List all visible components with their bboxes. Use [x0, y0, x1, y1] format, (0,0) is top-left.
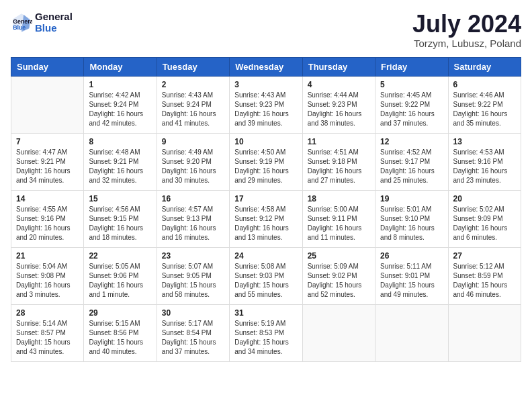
- cell-content: Sunrise: 5:00 AM Sunset: 9:11 PM Dayligh…: [308, 205, 370, 242]
- calendar-cell: [448, 304, 521, 361]
- cell-content: Sunrise: 4:50 AM Sunset: 9:19 PM Dayligh…: [234, 148, 297, 185]
- calendar-cell: 30Sunrise: 5:17 AM Sunset: 8:54 PM Dayli…: [157, 304, 229, 361]
- day-number: 23: [162, 251, 224, 261]
- calendar-cell: 8Sunrise: 4:48 AM Sunset: 9:21 PM Daylig…: [84, 133, 157, 190]
- cell-content: Sunrise: 4:46 AM Sunset: 9:22 PM Dayligh…: [453, 91, 516, 128]
- day-number: 24: [234, 251, 297, 261]
- logo-text-line2: Blue: [35, 22, 73, 34]
- week-row-3: 14Sunrise: 4:55 AM Sunset: 9:16 PM Dayli…: [11, 190, 521, 247]
- calendar-cell: 11Sunrise: 4:51 AM Sunset: 9:18 PM Dayli…: [302, 133, 375, 190]
- cell-content: Sunrise: 5:19 AM Sunset: 8:53 PM Dayligh…: [234, 319, 297, 357]
- cell-content: Sunrise: 4:58 AM Sunset: 9:12 PM Dayligh…: [234, 205, 297, 242]
- calendar-cell: 17Sunrise: 4:58 AM Sunset: 9:12 PM Dayli…: [230, 190, 302, 247]
- day-number: 8: [89, 137, 151, 146]
- svg-text:Blue: Blue: [13, 24, 26, 31]
- day-number: 20: [453, 194, 516, 203]
- day-number: 16: [162, 194, 224, 203]
- cell-content: Sunrise: 4:42 AM Sunset: 9:24 PM Dayligh…: [89, 91, 151, 128]
- day-number: 22: [89, 251, 151, 261]
- day-header-sunday: Sunday: [11, 57, 84, 76]
- cell-content: Sunrise: 5:12 AM Sunset: 8:59 PM Dayligh…: [453, 262, 516, 300]
- day-header-thursday: Thursday: [302, 57, 375, 76]
- calendar-cell: 4Sunrise: 4:44 AM Sunset: 9:23 PM Daylig…: [302, 76, 375, 133]
- cell-content: Sunrise: 5:07 AM Sunset: 9:05 PM Dayligh…: [162, 262, 224, 300]
- day-number: 9: [162, 137, 224, 146]
- calendar-cell: 18Sunrise: 5:00 AM Sunset: 9:11 PM Dayli…: [302, 190, 375, 247]
- calendar-cell: 25Sunrise: 5:09 AM Sunset: 9:02 PM Dayli…: [302, 247, 375, 304]
- logo: General Blue General Blue: [11, 11, 73, 34]
- logo-icon: General Blue: [11, 11, 32, 33]
- month-year-title: July 2024: [412, 11, 521, 38]
- cell-content: Sunrise: 4:48 AM Sunset: 9:21 PM Dayligh…: [89, 148, 151, 185]
- cell-content: Sunrise: 4:45 AM Sunset: 9:22 PM Dayligh…: [380, 91, 443, 128]
- calendar-cell: [375, 304, 448, 361]
- location-subtitle: Torzym, Lubusz, Poland: [412, 38, 521, 49]
- calendar-cell: 10Sunrise: 4:50 AM Sunset: 9:19 PM Dayli…: [230, 133, 302, 190]
- calendar-cell: 12Sunrise: 4:52 AM Sunset: 9:17 PM Dayli…: [375, 133, 448, 190]
- calendar-cell: [302, 304, 375, 361]
- calendar-body: 1Sunrise: 4:42 AM Sunset: 9:24 PM Daylig…: [11, 76, 521, 361]
- day-number: 25: [308, 251, 370, 261]
- calendar-cell: [11, 76, 84, 133]
- day-number: 6: [453, 80, 516, 89]
- calendar-cell: 9Sunrise: 4:49 AM Sunset: 9:20 PM Daylig…: [157, 133, 229, 190]
- day-number: 11: [308, 137, 370, 146]
- cell-content: Sunrise: 5:17 AM Sunset: 8:54 PM Dayligh…: [162, 319, 224, 357]
- calendar-cell: 2Sunrise: 4:43 AM Sunset: 9:24 PM Daylig…: [157, 76, 229, 133]
- calendar-cell: 14Sunrise: 4:55 AM Sunset: 9:16 PM Dayli…: [11, 190, 84, 247]
- week-row-1: 1Sunrise: 4:42 AM Sunset: 9:24 PM Daylig…: [11, 76, 521, 133]
- day-header-friday: Friday: [375, 57, 448, 76]
- calendar-cell: 21Sunrise: 5:04 AM Sunset: 9:08 PM Dayli…: [11, 247, 84, 304]
- page-header: General Blue General Blue July 2024 Torz…: [11, 11, 521, 49]
- cell-content: Sunrise: 4:47 AM Sunset: 9:21 PM Dayligh…: [16, 148, 79, 185]
- day-number: 13: [453, 137, 516, 146]
- cell-content: Sunrise: 5:15 AM Sunset: 8:56 PM Dayligh…: [89, 319, 151, 357]
- cell-content: Sunrise: 5:02 AM Sunset: 9:09 PM Dayligh…: [453, 205, 516, 242]
- week-row-2: 7Sunrise: 4:47 AM Sunset: 9:21 PM Daylig…: [11, 133, 521, 190]
- day-number: 5: [380, 80, 443, 89]
- day-number: 15: [89, 194, 151, 203]
- day-number: 2: [162, 80, 224, 89]
- day-number: 26: [380, 251, 443, 261]
- calendar-cell: 28Sunrise: 5:14 AM Sunset: 8:57 PM Dayli…: [11, 304, 84, 361]
- logo-text-line1: General: [35, 11, 73, 22]
- cell-content: Sunrise: 4:49 AM Sunset: 9:20 PM Dayligh…: [162, 148, 224, 185]
- cell-content: Sunrise: 4:43 AM Sunset: 9:24 PM Dayligh…: [162, 91, 224, 128]
- cell-content: Sunrise: 5:09 AM Sunset: 9:02 PM Dayligh…: [308, 262, 370, 300]
- cell-content: Sunrise: 5:05 AM Sunset: 9:06 PM Dayligh…: [89, 262, 151, 300]
- day-number: 4: [308, 80, 370, 89]
- day-number: 7: [16, 137, 79, 146]
- cell-content: Sunrise: 4:43 AM Sunset: 9:23 PM Dayligh…: [234, 91, 297, 128]
- day-number: 30: [162, 308, 224, 318]
- calendar-cell: 20Sunrise: 5:02 AM Sunset: 9:09 PM Dayli…: [448, 190, 521, 247]
- title-block: July 2024 Torzym, Lubusz, Poland: [412, 11, 521, 49]
- day-number: 29: [89, 308, 151, 318]
- day-header-wednesday: Wednesday: [230, 57, 302, 76]
- cell-content: Sunrise: 5:01 AM Sunset: 9:10 PM Dayligh…: [380, 205, 443, 242]
- calendar-cell: 22Sunrise: 5:05 AM Sunset: 9:06 PM Dayli…: [84, 247, 157, 304]
- calendar-cell: 29Sunrise: 5:15 AM Sunset: 8:56 PM Dayli…: [84, 304, 157, 361]
- cell-content: Sunrise: 5:14 AM Sunset: 8:57 PM Dayligh…: [16, 319, 79, 357]
- calendar-table: SundayMondayTuesdayWednesdayThursdayFrid…: [11, 57, 521, 362]
- calendar-cell: 1Sunrise: 4:42 AM Sunset: 9:24 PM Daylig…: [84, 76, 157, 133]
- cell-content: Sunrise: 5:04 AM Sunset: 9:08 PM Dayligh…: [16, 262, 79, 300]
- day-number: 10: [234, 137, 297, 146]
- cell-content: Sunrise: 4:52 AM Sunset: 9:17 PM Dayligh…: [380, 148, 443, 185]
- calendar-cell: 6Sunrise: 4:46 AM Sunset: 9:22 PM Daylig…: [448, 76, 521, 133]
- day-number: 28: [16, 308, 79, 318]
- cell-content: Sunrise: 4:44 AM Sunset: 9:23 PM Dayligh…: [308, 91, 370, 128]
- calendar-cell: 13Sunrise: 4:53 AM Sunset: 9:16 PM Dayli…: [448, 133, 521, 190]
- day-number: 14: [16, 194, 79, 203]
- calendar-cell: 23Sunrise: 5:07 AM Sunset: 9:05 PM Dayli…: [157, 247, 229, 304]
- calendar-cell: 24Sunrise: 5:08 AM Sunset: 9:03 PM Dayli…: [230, 247, 302, 304]
- calendar-cell: 16Sunrise: 4:57 AM Sunset: 9:13 PM Dayli…: [157, 190, 229, 247]
- day-headers-row: SundayMondayTuesdayWednesdayThursdayFrid…: [11, 57, 521, 76]
- cell-content: Sunrise: 5:11 AM Sunset: 9:01 PM Dayligh…: [380, 262, 443, 300]
- calendar-cell: 3Sunrise: 4:43 AM Sunset: 9:23 PM Daylig…: [230, 76, 302, 133]
- svg-text:General: General: [13, 18, 32, 25]
- day-number: 3: [234, 80, 297, 89]
- calendar-cell: 19Sunrise: 5:01 AM Sunset: 9:10 PM Dayli…: [375, 190, 448, 247]
- week-row-4: 21Sunrise: 5:04 AM Sunset: 9:08 PM Dayli…: [11, 247, 521, 304]
- cell-content: Sunrise: 4:56 AM Sunset: 9:15 PM Dayligh…: [89, 205, 151, 242]
- cell-content: Sunrise: 4:53 AM Sunset: 9:16 PM Dayligh…: [453, 148, 516, 185]
